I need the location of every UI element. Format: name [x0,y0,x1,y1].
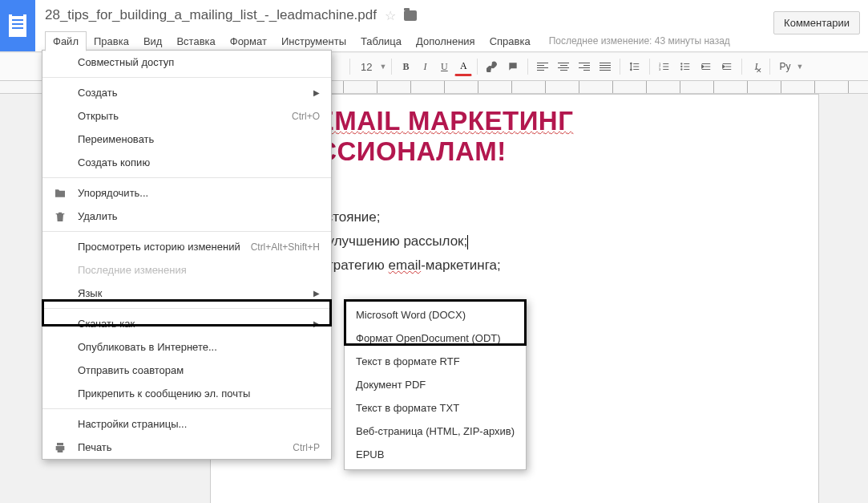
submenu-epub[interactable]: EPUB [345,443,526,466]
align-center-icon [558,63,569,71]
outdent-icon [700,61,712,72]
chevron-right-icon: ▶ [313,88,320,97]
line-spacing-button[interactable] [625,57,644,76]
clear-formatting-button[interactable]: I✕ [747,57,765,76]
menu-view[interactable]: Вид [136,32,170,51]
document-icon [9,14,26,37]
menu-organize[interactable]: Упорядочить... [42,181,331,205]
menu-help[interactable]: Справка [482,32,538,51]
submenu-docx[interactable]: Microsoft Word (DOCX) [345,303,526,327]
submenu-rtf[interactable]: Текст в формате RTF [345,350,526,373]
numbered-list-button[interactable]: 123 [655,57,674,76]
link-icon [486,61,498,72]
bold-button[interactable]: B [397,57,414,76]
svg-point-5 [681,68,683,70]
numbered-list-icon: 123 [659,61,670,72]
toolbar-separator [769,59,770,75]
svg-point-4 [681,66,683,67]
svg-text:3: 3 [659,67,661,71]
menu-new[interactable]: Создать▶ [42,81,331,104]
submenu-odt[interactable]: Формат OpenDocument (ODT) [345,327,526,350]
file-menu-dropdown: Совместный доступ Создать▶ ОткрытьCtrl+O… [42,50,332,460]
line-spacing-icon [629,61,640,72]
document-title[interactable]: 28_tips_for_building_a_mailing_list_-_le… [45,7,377,23]
menu-history[interactable]: Просмотреть историю измененийCtrl+Alt+Sh… [42,235,331,258]
toolbar-separator [349,59,350,75]
submenu-pdf[interactable]: Документ PDF [345,373,526,396]
toolbar-separator [391,59,392,75]
text-cursor [467,235,468,249]
toolbar-separator [741,59,742,75]
menu-format[interactable]: Формат [223,32,274,51]
download-as-submenu: Microsoft Word (DOCX) Формат OpenDocumen… [344,299,527,470]
folder-icon[interactable] [404,10,417,21]
menu-separator [42,77,331,78]
print-icon [54,441,67,454]
toolbar-separator [527,59,528,75]
ruler-ticks [343,81,868,93]
last-edit-label[interactable]: Последнее изменение: 43 минуты назад [549,35,730,47]
chevron-right-icon: ▶ [313,289,320,298]
docs-logo[interactable] [0,0,35,51]
menu-table[interactable]: Таблица [353,32,409,51]
menu-separator [42,231,331,232]
svg-point-3 [681,63,683,64]
bullet-list-button[interactable] [676,57,695,76]
submenu-html[interactable]: Веб-страница (HTML, ZIP-архив) [345,420,526,443]
menu-recent-changes: Последние изменения [42,258,331,282]
menu-insert[interactable]: Вставка [169,32,222,51]
star-icon[interactable]: ☆ [385,8,396,23]
menu-email-collaborators[interactable]: Отправить соавторам [42,359,331,382]
menu-file[interactable]: Файл [45,31,87,51]
toolbar-separator [620,59,620,75]
outdent-button[interactable] [696,57,716,76]
menu-addons[interactable]: Дополнения [409,32,482,51]
menu-rename[interactable]: Переименовать [42,128,331,151]
align-left-icon [537,63,548,71]
menu-publish[interactable]: Опубликовать в Интернете... [42,335,331,359]
align-justify-button[interactable] [595,57,615,76]
text-color-button[interactable]: A [454,57,472,76]
input-mode-button[interactable]: Ру [775,57,794,76]
italic-button[interactable]: I [416,57,434,76]
align-right-button[interactable] [575,57,594,76]
comments-button[interactable]: Комментарии [773,11,860,34]
menu-page-setup[interactable]: Настройки страницы... [42,412,331,436]
menu-make-copy[interactable]: Создать копию [42,151,331,174]
menu-separator [42,308,331,309]
menu-tools[interactable]: Инструменты [274,32,353,51]
link-button[interactable] [482,57,502,76]
comment-button[interactable] [503,57,523,76]
shortcut-label: Ctrl+O [292,111,320,122]
menu-print[interactable]: ПечатьCtrl+P [42,436,331,459]
indent-icon [721,61,733,72]
align-justify-icon [600,63,611,71]
menu-email-attachment[interactable]: Прикрепить к сообщению эл. почты [42,382,331,405]
menu-separator [42,408,331,409]
fontsize-value[interactable]: 12 [355,57,377,76]
toolbar-separator [477,59,478,75]
shortcut-label: Ctrl+P [293,442,320,453]
comment-icon [507,61,519,72]
indent-button[interactable] [717,57,737,76]
trash-icon [54,210,67,223]
menu-download-as[interactable]: Скачать как▶ [42,312,331,335]
align-right-icon [579,63,590,71]
menu-delete[interactable]: Удалить [42,205,331,228]
folder-icon [54,187,67,200]
menu-separator [42,177,331,178]
shortcut-label: Ctrl+Alt+Shift+H [251,241,320,253]
chevron-right-icon: ▶ [313,319,320,328]
align-left-button[interactable] [533,57,552,76]
align-center-button[interactable] [554,57,573,76]
menu-edit[interactable]: Правка [87,32,136,51]
menu-language[interactable]: Язык▶ [42,282,331,305]
menu-share[interactable]: Совместный доступ [42,51,331,74]
toolbar-separator [649,59,650,75]
clear-formatting-icon: I✕ [754,61,757,73]
bullet-list-icon [680,61,691,72]
underline-button[interactable]: U [435,57,453,76]
submenu-txt[interactable]: Текст в формате TXT [345,396,526,420]
menu-open[interactable]: ОткрытьCtrl+O [42,104,331,128]
